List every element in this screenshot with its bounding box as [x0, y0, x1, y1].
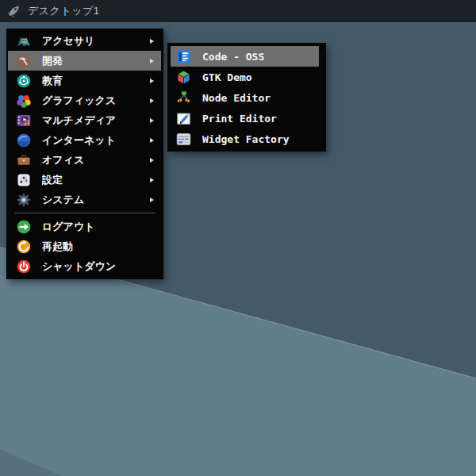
print-editor-icon — [175, 110, 192, 127]
menu-item[interactable]: 教育 — [8, 71, 161, 90]
submenu-arrow-icon — [150, 178, 154, 182]
accessories-icon — [16, 33, 32, 49]
submenu-arrow-icon — [150, 118, 154, 123]
settings-icon — [16, 172, 32, 188]
menu-item[interactable]: グラフィックス — [8, 90, 161, 110]
menu-item[interactable]: インターネット — [8, 130, 161, 150]
submenu-arrow-icon — [150, 59, 154, 63]
desktop-title: デスクトップ1 — [28, 4, 100, 18]
code-oss-icon — [175, 48, 192, 65]
menu-item[interactable]: 再起動 — [8, 236, 161, 256]
submenu-item[interactable]: GTK Demo — [171, 67, 319, 87]
wallpaper-corner-facet — [0, 443, 62, 476]
development-icon — [16, 53, 32, 69]
menu-item[interactable]: マルチメディア — [8, 110, 161, 130]
menu-separator — [14, 213, 155, 213]
applications-menu: アクセサリ 開発 教育 グラフィックス — [6, 29, 163, 279]
education-icon — [16, 73, 32, 89]
menu-item[interactable]: オフィス — [8, 150, 161, 170]
menu-item[interactable]: システム — [8, 190, 161, 209]
menu-categories: アクセサリ 開発 教育 グラフィックス — [6, 31, 163, 209]
logout-icon — [16, 219, 32, 235]
office-icon — [16, 152, 32, 168]
submenu-arrow-icon — [150, 79, 154, 83]
submenu-arrow-icon — [150, 198, 154, 202]
development-submenu: Code - OSS GTK Demo Node Editor Print Ed… — [167, 43, 326, 152]
rocket-icon[interactable] — [6, 4, 21, 18]
shutdown-icon — [16, 259, 32, 274]
submenu-arrow-icon — [150, 98, 154, 103]
taskbar: デスクトップ1 — [0, 0, 476, 22]
widget-factory-icon — [175, 131, 192, 148]
system-icon — [16, 192, 32, 208]
submenu-item[interactable]: Widget Factory — [171, 129, 319, 149]
menu-item[interactable]: 開発 — [8, 51, 161, 71]
submenu-arrow-icon — [150, 39, 154, 44]
submenu-items: Code - OSS GTK Demo Node Editor Print Ed… — [167, 46, 326, 149]
multimedia-icon — [16, 113, 32, 129]
menu-item[interactable]: シャットダウン — [8, 256, 161, 276]
submenu-item[interactable]: Node Editor — [171, 87, 319, 108]
internet-icon — [16, 132, 32, 148]
submenu-arrow-icon — [150, 138, 154, 143]
submenu-item[interactable]: Code - OSS — [171, 46, 319, 67]
graphics-icon — [16, 93, 32, 109]
node-editor-icon — [175, 90, 192, 106]
submenu-item[interactable]: Print Editor — [171, 108, 319, 129]
menu-item[interactable]: 設定 — [8, 170, 161, 190]
restart-icon — [16, 239, 32, 255]
submenu-arrow-icon — [150, 158, 154, 163]
menu-item[interactable]: アクセサリ — [8, 31, 161, 51]
gtk-demo-icon — [175, 69, 192, 86]
menu-item[interactable]: ログアウト — [8, 217, 161, 236]
menu-actions: ログアウト 再起動 シャットダウン — [6, 217, 163, 276]
